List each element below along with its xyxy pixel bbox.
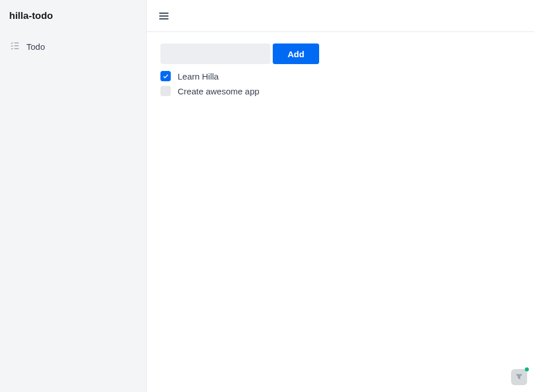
todo-label: Learn Hilla	[178, 72, 219, 81]
vaadin-devtools-widget[interactable]	[511, 369, 527, 385]
add-row: Add	[160, 43, 520, 64]
todo-label: Create awesome app	[178, 86, 260, 96]
checkbox-unchecked[interactable]	[160, 86, 171, 96]
todo-list: Learn Hilla Create awesome app	[160, 71, 520, 96]
content: Add Learn Hilla Create awesome app	[147, 32, 534, 108]
add-button[interactable]: Add	[273, 43, 319, 64]
todo-item: Learn Hilla	[160, 71, 520, 81]
main: Add Learn Hilla Create awesome app	[147, 0, 534, 392]
app-title: hilla-todo	[0, 8, 146, 37]
list-check-icon	[9, 40, 21, 53]
hamburger-icon[interactable]	[157, 9, 171, 23]
topbar	[147, 0, 534, 32]
todo-item: Create awesome app	[160, 86, 520, 96]
new-todo-input[interactable]	[160, 43, 270, 64]
sidebar: hilla-todo Todo	[0, 0, 147, 392]
checkbox-checked[interactable]	[160, 71, 171, 81]
sidebar-item-todo[interactable]: Todo	[0, 37, 146, 57]
sidebar-item-label: Todo	[26, 42, 45, 52]
